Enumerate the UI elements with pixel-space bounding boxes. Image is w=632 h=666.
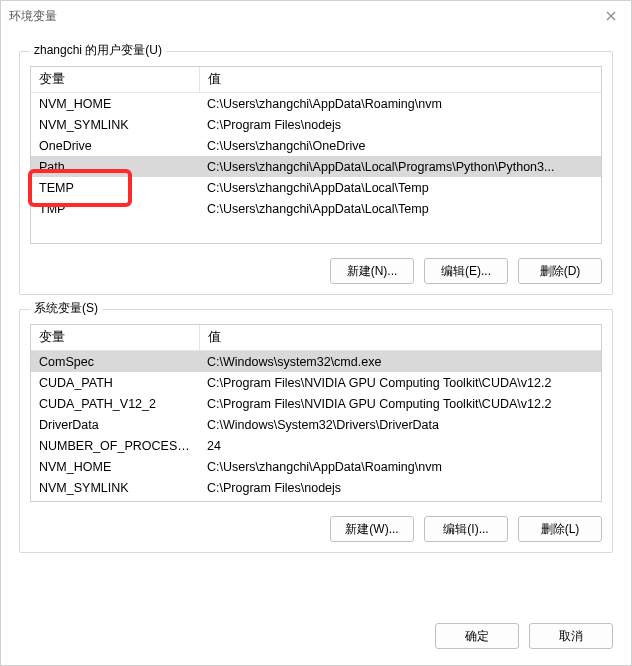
- sys-col-variable[interactable]: 变量: [31, 325, 199, 351]
- system-variables-table: 变量 值 ComSpecC:\Windows\system32\cmd.exeC…: [31, 325, 601, 498]
- system-buttons-row: 新建(W)... 编辑(I)... 删除(L): [30, 516, 602, 542]
- table-row[interactable]: PathC:\Users\zhangchi\AppData\Local\Prog…: [31, 156, 601, 177]
- table-row[interactable]: CUDA_PATH_V12_2C:\Program Files\NVIDIA G…: [31, 393, 601, 414]
- table-row[interactable]: ComSpecC:\Windows\system32\cmd.exe: [31, 351, 601, 373]
- cell-value: C:\Program Files\NVIDIA GPU Computing To…: [199, 372, 601, 393]
- cell-value: 24: [199, 435, 601, 456]
- cell-variable: TMP: [31, 198, 199, 219]
- system-group-label: 系统变量(S): [30, 300, 102, 317]
- user-delete-button[interactable]: 删除(D): [518, 258, 602, 284]
- cell-value: C:\Program Files\nodejs: [199, 114, 601, 135]
- cell-variable: DriverData: [31, 414, 199, 435]
- user-new-button[interactable]: 新建(N)...: [330, 258, 414, 284]
- table-row[interactable]: TEMPC:\Users\zhangchi\AppData\Local\Temp: [31, 177, 601, 198]
- table-row[interactable]: CUDA_PATHC:\Program Files\NVIDIA GPU Com…: [31, 372, 601, 393]
- system-variables-table-box[interactable]: 变量 值 ComSpecC:\Windows\system32\cmd.exeC…: [30, 324, 602, 502]
- env-vars-dialog: 环境变量 zhangchi 的用户变量(U) 变量 值 NVM_HOMEC:\U…: [0, 0, 632, 666]
- table-row[interactable]: NVM_HOMEC:\Users\zhangchi\AppData\Roamin…: [31, 93, 601, 115]
- cell-variable: NVM_HOME: [31, 93, 199, 115]
- user-edit-button[interactable]: 编辑(E)...: [424, 258, 508, 284]
- user-variables-table-box[interactable]: 变量 值 NVM_HOMEC:\Users\zhangchi\AppData\R…: [30, 66, 602, 244]
- window-title: 环境变量: [9, 8, 599, 25]
- cell-value: C:\Program Files\nodejs: [199, 477, 601, 498]
- system-new-button[interactable]: 新建(W)...: [330, 516, 414, 542]
- table-row[interactable]: TMPC:\Users\zhangchi\AppData\Local\Temp: [31, 198, 601, 219]
- cell-variable: Path: [31, 156, 199, 177]
- cell-value: C:\Windows\System32\Drivers\DriverData: [199, 414, 601, 435]
- cell-variable: NVM_SYMLINK: [31, 477, 199, 498]
- cell-variable: OneDrive: [31, 135, 199, 156]
- user-buttons-row: 新建(N)... 编辑(E)... 删除(D): [30, 258, 602, 284]
- cell-value: C:\Users\zhangchi\AppData\Local\Temp: [199, 177, 601, 198]
- user-col-value[interactable]: 值: [199, 67, 601, 93]
- user-variables-table: 变量 值 NVM_HOMEC:\Users\zhangchi\AppData\R…: [31, 67, 601, 219]
- user-group-label: zhangchi 的用户变量(U): [30, 42, 166, 59]
- cell-variable: CUDA_PATH_V12_2: [31, 393, 199, 414]
- user-col-variable[interactable]: 变量: [31, 67, 199, 93]
- titlebar: 环境变量: [1, 1, 631, 31]
- table-row[interactable]: NUMBER_OF_PROCESSORS24: [31, 435, 601, 456]
- cell-variable: NUMBER_OF_PROCESSORS: [31, 435, 199, 456]
- system-delete-button[interactable]: 删除(L): [518, 516, 602, 542]
- cell-variable: CUDA_PATH: [31, 372, 199, 393]
- cell-variable: NVM_HOME: [31, 456, 199, 477]
- dialog-footer: 确定 取消: [1, 607, 631, 665]
- cell-value: C:\Users\zhangchi\AppData\Local\Programs…: [199, 156, 601, 177]
- cell-value: C:\Users\zhangchi\AppData\Local\Temp: [199, 198, 601, 219]
- close-icon: [606, 11, 616, 21]
- dialog-content: zhangchi 的用户变量(U) 变量 值 NVM_HOMEC:\Users\…: [1, 31, 631, 607]
- cell-value: C:\Users\zhangchi\OneDrive: [199, 135, 601, 156]
- table-row[interactable]: NVM_SYMLINKC:\Program Files\nodejs: [31, 114, 601, 135]
- table-row[interactable]: OneDriveC:\Users\zhangchi\OneDrive: [31, 135, 601, 156]
- table-row[interactable]: NVM_HOMEC:\Users\zhangchi\AppData\Roamin…: [31, 456, 601, 477]
- table-row[interactable]: NVM_SYMLINKC:\Program Files\nodejs: [31, 477, 601, 498]
- cell-value: C:\Windows\system32\cmd.exe: [199, 351, 601, 373]
- cancel-button[interactable]: 取消: [529, 623, 613, 649]
- cell-value: C:\Program Files\NVIDIA GPU Computing To…: [199, 393, 601, 414]
- table-row[interactable]: DriverDataC:\Windows\System32\Drivers\Dr…: [31, 414, 601, 435]
- user-variables-group: zhangchi 的用户变量(U) 变量 值 NVM_HOMEC:\Users\…: [19, 51, 613, 295]
- ok-button[interactable]: 确定: [435, 623, 519, 649]
- close-button[interactable]: [599, 4, 623, 28]
- cell-variable: NVM_SYMLINK: [31, 114, 199, 135]
- system-edit-button[interactable]: 编辑(I)...: [424, 516, 508, 542]
- cell-variable: TEMP: [31, 177, 199, 198]
- system-variables-group: 系统变量(S) 变量 值 ComSpecC:\Windows\system32\…: [19, 309, 613, 553]
- cell-variable: ComSpec: [31, 351, 199, 373]
- cell-value: C:\Users\zhangchi\AppData\Roaming\nvm: [199, 93, 601, 115]
- cell-value: C:\Users\zhangchi\AppData\Roaming\nvm: [199, 456, 601, 477]
- sys-col-value[interactable]: 值: [199, 325, 601, 351]
